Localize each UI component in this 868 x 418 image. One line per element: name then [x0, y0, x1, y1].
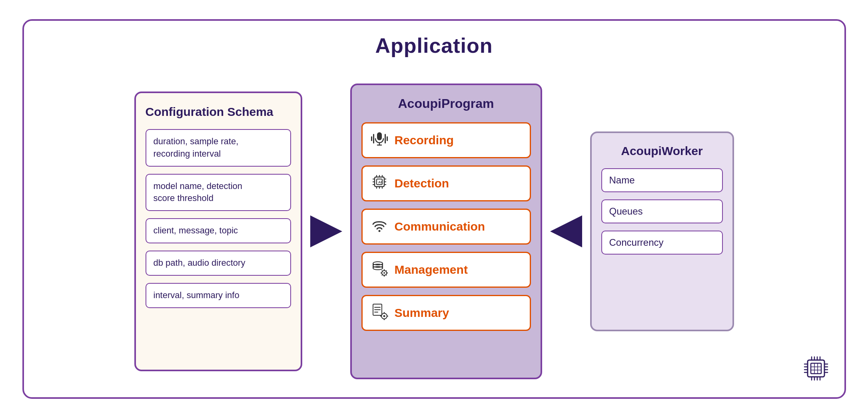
ai-chip-icon: AI	[371, 173, 388, 194]
program-item-summary: Summary	[361, 295, 531, 331]
svg-line-37	[386, 271, 386, 271]
config-item-3: client, message, topic	[146, 218, 291, 243]
arrow-left-icon	[550, 215, 582, 247]
outer-container: Application Configuration Schema duratio…	[22, 19, 846, 399]
arrow-left-section	[542, 66, 590, 397]
main-row: Configuration Schema duration, sample ra…	[24, 66, 844, 397]
microphone-icon	[371, 130, 388, 151]
svg-point-44	[383, 315, 385, 317]
acoupi-worker-title: AcoupiWorker	[601, 144, 723, 158]
program-item-management: Management	[361, 252, 531, 288]
svg-rect-1	[373, 134, 374, 143]
config-schema-title: Configuration Schema	[146, 105, 291, 119]
chip-icon	[802, 354, 830, 388]
svg-text:AI: AI	[378, 180, 382, 184]
svg-line-36	[386, 275, 386, 275]
recording-label: Recording	[395, 133, 454, 147]
svg-rect-5	[385, 134, 386, 143]
app-title: Application	[375, 34, 493, 58]
config-item-5: interval, summary info	[146, 283, 291, 308]
config-item-2: model name, detectionscore threshold	[146, 174, 291, 211]
worker-item-concurrency: Concurrency	[601, 231, 723, 255]
wifi-icon	[371, 216, 388, 237]
acoupi-worker-panel: AcoupiWorker Name Queues Concurrency	[590, 131, 734, 331]
config-schema-panel: Configuration Schema duration, sample ra…	[134, 92, 302, 371]
summary-icon	[371, 303, 388, 323]
svg-rect-6	[387, 136, 388, 141]
worker-item-queues: Queues	[601, 199, 723, 223]
summary-label: Summary	[395, 306, 449, 320]
svg-rect-0	[371, 136, 372, 141]
communication-label: Communication	[395, 220, 485, 233]
svg-rect-51	[811, 363, 821, 374]
program-item-detection: AI Detection	[361, 165, 531, 201]
config-item-1: duration, sample rate,recording interval	[146, 129, 291, 167]
worker-item-name: Name	[601, 168, 723, 192]
svg-line-38	[382, 275, 382, 275]
config-item-4: db path, audio directory	[146, 251, 291, 276]
management-label: Management	[395, 263, 468, 277]
svg-point-30	[383, 272, 385, 274]
svg-rect-2	[377, 132, 382, 140]
program-item-recording: Recording	[361, 122, 531, 158]
program-item-communication: Communication	[361, 209, 531, 245]
svg-line-35	[382, 271, 382, 271]
acoupi-program-title: AcoupiProgram	[361, 96, 531, 111]
detection-label: Detection	[395, 177, 449, 190]
database-gear-icon	[371, 259, 388, 280]
svg-point-22	[378, 230, 380, 232]
svg-rect-50	[808, 360, 824, 377]
arrow-right-icon	[310, 215, 342, 247]
arrow-right-section	[302, 66, 350, 397]
acoupi-program-panel: AcoupiProgram	[350, 84, 542, 379]
